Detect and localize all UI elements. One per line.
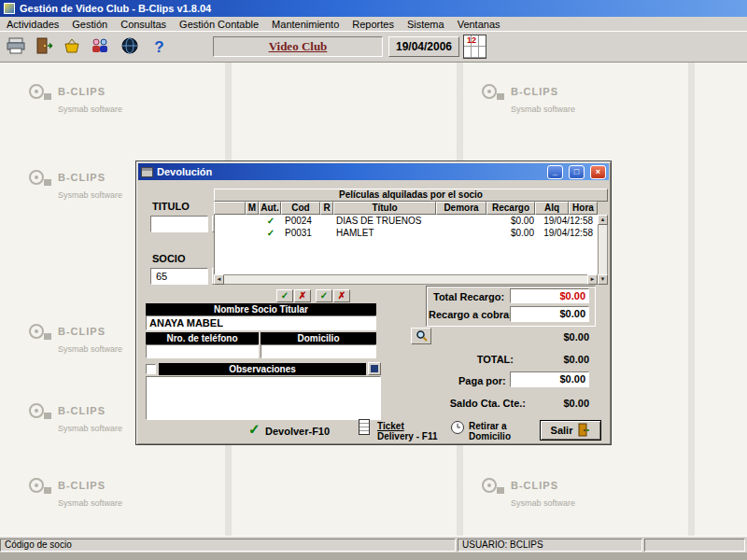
- column-header-demora[interactable]: Demora: [436, 202, 486, 215]
- unmark-all-button[interactable]: ✗: [294, 289, 311, 302]
- column-header-hora[interactable]: Hora: [569, 202, 598, 215]
- retirar-button-line2[interactable]: Domicilio: [469, 431, 511, 441]
- disk-icon: [371, 365, 378, 372]
- retirar-button-line1[interactable]: Retirar a: [469, 421, 507, 431]
- users-icon: [90, 37, 110, 58]
- watermark-sub: Sysmab software: [511, 498, 575, 508]
- maximize-button[interactable]: □: [569, 165, 585, 179]
- titulo-label: TITULO: [152, 201, 190, 212]
- menu-actividades[interactable]: Actividades: [0, 18, 65, 31]
- members-button[interactable]: [86, 35, 113, 60]
- salir-button[interactable]: Salir: [540, 420, 601, 441]
- ticket-button-line1[interactable]: Ticket: [377, 421, 404, 431]
- domicilio-header: Domicilio: [261, 332, 376, 344]
- table-body: ✓ P0024 DIAS DE TRUENOS $0.00 19/04/ 12:…: [214, 215, 598, 274]
- menu-consultas[interactable]: Consultas: [114, 18, 173, 31]
- status-message: Código de socio: [0, 539, 456, 552]
- sales-button[interactable]: [58, 35, 85, 60]
- table-title: Películas alquiladas por el socio: [214, 189, 608, 202]
- window-titlebar: Gestión de Video Club - B-Clips v1.8.04: [0, 0, 747, 17]
- cell-recargo: $0.00: [487, 227, 536, 239]
- calendar-number: 12: [467, 35, 476, 45]
- reel-icon: [28, 82, 52, 103]
- column-header-aut[interactable]: Aut.: [259, 202, 281, 215]
- reel-icon: [28, 476, 52, 497]
- column-header-r[interactable]: R: [320, 202, 333, 215]
- brand-watermark: B-CLIPSSysmab software: [481, 476, 575, 510]
- watermark-name: B-CLIPS: [58, 326, 106, 337]
- cell-hora: 12:58: [570, 227, 599, 239]
- observaciones-checkbox[interactable]: [146, 364, 156, 374]
- cell-recargo: $0.00: [487, 215, 536, 227]
- cell-r: [321, 215, 334, 227]
- dialog-icon: [141, 167, 153, 177]
- column-header-alq[interactable]: Alq: [535, 202, 569, 215]
- recargo-cobrar-input[interactable]: $0.00: [510, 306, 589, 322]
- window-bottom-edge: [0, 553, 747, 560]
- unmark-one-button[interactable]: ✗: [333, 289, 350, 302]
- column-header-titulo[interactable]: Título: [333, 202, 436, 215]
- dialog-titlebar[interactable]: Devolución _ □ ×: [138, 163, 609, 180]
- socio-input[interactable]: 65: [150, 268, 208, 285]
- column-header-cod[interactable]: Cod: [281, 202, 320, 215]
- mark-one-button[interactable]: ✓: [316, 289, 332, 302]
- brand-watermark: B-CLIPSSysmab software: [481, 82, 575, 116]
- devolucion-dialog: Devolución _ □ × TITULO F3 SOCIO 65 F2 P…: [135, 161, 612, 445]
- column-header-marker[interactable]: [214, 202, 246, 215]
- menu-reportes[interactable]: Reportes: [345, 18, 401, 31]
- scroll-up-icon[interactable]: ▲: [598, 215, 608, 225]
- watermark-sub: Sysmab software: [58, 498, 122, 508]
- vertical-scrollbar[interactable]: ▲ ▼: [598, 215, 608, 285]
- minimize-button[interactable]: _: [547, 165, 563, 179]
- titulo-input[interactable]: [150, 216, 208, 232]
- table-row[interactable]: ✓ P0024 DIAS DE TRUENOS $0.00 19/04/ 12:…: [215, 215, 599, 227]
- cell-check-icon[interactable]: ✓: [260, 215, 282, 227]
- table-row[interactable]: ✓ P0031 HAMLET $0.00 19/04/ 12:58: [215, 227, 599, 239]
- close-button[interactable]: ×: [590, 165, 606, 179]
- saldo-value: $0.00: [529, 398, 589, 409]
- help-button[interactable]: ?: [146, 35, 173, 60]
- horizontal-scrollbar[interactable]: ◄ ►: [214, 274, 598, 285]
- scroll-down-icon[interactable]: ▼: [598, 274, 608, 285]
- cell-check-icon[interactable]: ✓: [260, 227, 282, 239]
- print-button[interactable]: [2, 35, 29, 60]
- menu-mantenimiento[interactable]: Mantenimiento: [265, 18, 345, 31]
- cell-alq: 19/04/: [536, 227, 570, 239]
- status-bar: Código de socio USUARIO: BCLIPS: [0, 536, 747, 553]
- observaciones-textarea[interactable]: [146, 376, 381, 420]
- ticket-button-line2[interactable]: Delivery - F11: [377, 431, 437, 441]
- menu-gestion-contable[interactable]: Gestión Contable: [173, 18, 265, 31]
- cell-cod: P0024: [282, 215, 321, 227]
- socio-label: SOCIO: [152, 253, 185, 264]
- watermark-name: B-CLIPS: [58, 86, 106, 97]
- devolver-button[interactable]: Devolver-F10: [265, 426, 330, 437]
- calendar-icon[interactable]: 12: [463, 35, 486, 59]
- application-window: Gestión de Video Club - B-Clips v1.8.04 …: [0, 0, 747, 560]
- paga-label: Paga por:: [458, 375, 506, 386]
- mark-all-button[interactable]: ✓: [276, 289, 293, 302]
- watermark-name: B-CLIPS: [511, 86, 558, 97]
- column-header-m[interactable]: M: [246, 202, 259, 215]
- total-recargo-label: Total Recargo:: [433, 291, 504, 302]
- status-extra: [644, 539, 745, 552]
- salir-label: Salir: [551, 425, 573, 436]
- save-observaciones-button[interactable]: [368, 362, 381, 375]
- paga-input[interactable]: $0.00: [510, 371, 589, 387]
- exit-button[interactable]: [30, 35, 57, 60]
- menu-ventanas[interactable]: Ventanas: [451, 18, 507, 31]
- reel-icon: [481, 476, 505, 497]
- cell-m: [247, 227, 260, 239]
- column-header-recargo[interactable]: Recargo: [486, 202, 535, 215]
- clock-icon: [450, 420, 465, 437]
- scroll-left-icon[interactable]: ◄: [214, 274, 224, 285]
- total-label: TOTAL:: [446, 354, 514, 365]
- watermark-sub: Sysmab software: [58, 190, 122, 200]
- menu-sistema[interactable]: Sistema: [401, 18, 451, 31]
- exit-door-icon: [577, 423, 590, 439]
- scroll-right-icon[interactable]: ►: [587, 274, 598, 285]
- magnifier-icon: [416, 329, 428, 343]
- recargo-search-button[interactable]: [411, 328, 431, 344]
- watermark-sub: Sysmab software: [58, 424, 122, 433]
- menu-gestion[interactable]: Gestión: [65, 18, 114, 31]
- internet-button[interactable]: [116, 35, 143, 60]
